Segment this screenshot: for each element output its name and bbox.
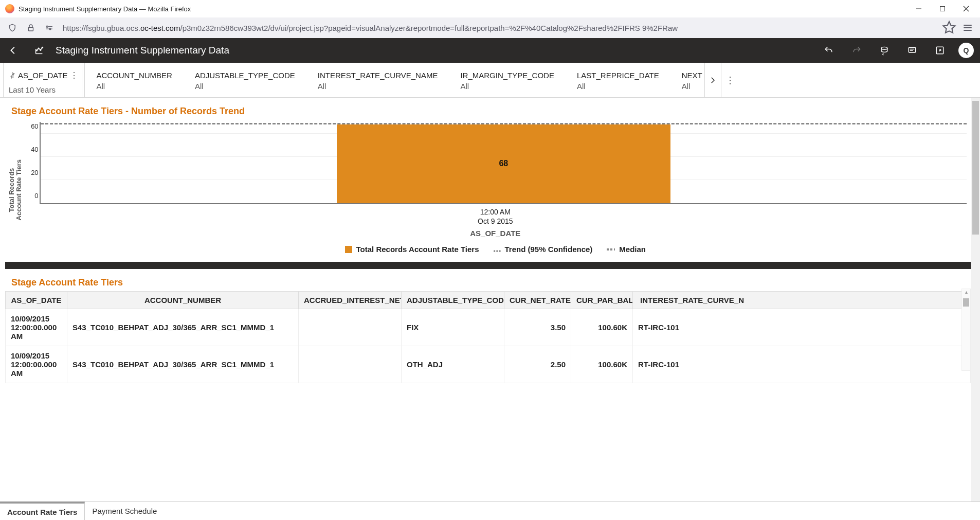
chart-x-axis-label: AS_OF_DATE bbox=[24, 229, 967, 238]
url-prefix: https://fsgbu.gbua.ocs. bbox=[63, 24, 140, 32]
col-header[interactable]: CUR_NET_RATE bbox=[504, 292, 571, 309]
table-row[interactable]: 10/09/2015 12:00:00.000 AM S43_TC010_BEH… bbox=[6, 309, 971, 346]
svg-rect-17 bbox=[909, 47, 915, 52]
chart-x-tick: 12:00 AM Oct 9 2015 bbox=[24, 207, 967, 226]
tab-account-rate-tiers[interactable]: Account Rate Tiers bbox=[0, 501, 85, 520]
y-tick: 40 bbox=[25, 145, 39, 153]
filter-adjustable-type-code[interactable]: ADJUSTABLE_TYPE_CODE All bbox=[184, 63, 306, 97]
scroll-up-arrow-icon[interactable]: ▴ bbox=[962, 289, 970, 295]
pin-icon bbox=[9, 71, 16, 79]
filter-interest-rate-curve-name[interactable]: INTEREST_RATE_CURVE_NAME All bbox=[306, 63, 449, 97]
chart-legend: Total Records Account Rate Tiers Trend (… bbox=[24, 245, 967, 258]
table-panel: Stage Account Rate Tiers AS_OF_DATE ACCO… bbox=[5, 273, 971, 383]
export-button[interactable] bbox=[931, 41, 949, 60]
filter-as-of-date[interactable]: AS_OF_DATE Last 10 Years bbox=[3, 63, 82, 98]
chart-bar[interactable]: 68 bbox=[337, 124, 670, 203]
cell-cur-net-rate: 3.50 bbox=[504, 309, 571, 346]
panel-divider bbox=[5, 262, 971, 269]
filter-name: NEXT bbox=[682, 71, 702, 80]
window-close-button[interactable] bbox=[954, 1, 978, 17]
filter-ir-margin-type-code[interactable]: IR_MARGIN_TYPE_CODE All bbox=[449, 63, 566, 97]
url-host: oc-test.com bbox=[140, 24, 180, 32]
bookmark-star-icon[interactable] bbox=[941, 20, 957, 36]
firefox-icon bbox=[5, 4, 14, 13]
filter-value: All bbox=[577, 82, 659, 91]
bottom-tab-bar: Account Rate Tiers Payment Schedule bbox=[0, 501, 980, 520]
table-panel-title: Stage Account Rate Tiers bbox=[5, 273, 971, 291]
y-tick: 60 bbox=[25, 122, 39, 130]
window-minimize-button[interactable] bbox=[907, 1, 931, 17]
vertical-scrollbar[interactable] bbox=[971, 98, 980, 501]
filter-bar: AS_OF_DATE Last 10 Years ACCOUNT_NUMBER … bbox=[0, 63, 980, 98]
lock-icon[interactable] bbox=[23, 20, 39, 36]
col-header[interactable]: ACCOUNT_NUMBER bbox=[67, 292, 299, 309]
url-path: /p3m0z32rn586cw393wt2/dv/ui/project.jsp?… bbox=[180, 24, 678, 32]
filter-value: All bbox=[96, 82, 172, 91]
col-header[interactable]: ACCRUED_INTEREST_NET bbox=[299, 292, 402, 309]
y-tick: 20 bbox=[25, 168, 39, 176]
cell-account-number: S43_TC010_BEHPAT_ADJ_30/365_ARR_SC1_MMMD… bbox=[67, 309, 299, 346]
workspace: Stage Account Rate Tiers - Number of Rec… bbox=[0, 98, 980, 501]
legend-item[interactable]: Total Records Account Rate Tiers bbox=[345, 245, 479, 254]
filter-name: ACCOUNT_NUMBER bbox=[96, 71, 172, 80]
svg-point-5 bbox=[46, 26, 48, 27]
table-row[interactable]: 10/09/2015 12:00:00.000 AM S43_TC010_BEH… bbox=[6, 346, 971, 383]
notes-button[interactable] bbox=[903, 41, 921, 60]
cell-as-of-date: 10/09/2015 12:00:00.000 AM bbox=[6, 309, 67, 346]
legend-swatch-icon bbox=[607, 248, 615, 250]
legend-swatch-icon bbox=[345, 246, 352, 253]
filter-account-number[interactable]: ACCOUNT_NUMBER All bbox=[85, 63, 184, 97]
cell-interest-rate-curve-n: RT-IRC-101 bbox=[633, 309, 971, 346]
shield-icon[interactable] bbox=[4, 20, 21, 36]
legend-label: Total Records Account Rate Tiers bbox=[356, 245, 479, 254]
col-header[interactable]: INTEREST_RATE_CURVE_N bbox=[633, 292, 971, 309]
cell-as-of-date: 10/09/2015 12:00:00.000 AM bbox=[6, 346, 67, 383]
permissions-icon[interactable] bbox=[41, 20, 58, 36]
browser-menu-button[interactable] bbox=[959, 20, 976, 36]
back-button[interactable] bbox=[4, 41, 23, 60]
legend-item[interactable]: Trend (95% Confidence) bbox=[494, 245, 593, 254]
cell-interest-rate-curve-n: RT-IRC-101 bbox=[633, 346, 971, 383]
y-tick: 0 bbox=[25, 192, 39, 200]
filter-name: INTEREST_RATE_CURVE_NAME bbox=[318, 71, 438, 80]
user-avatar[interactable]: Q bbox=[958, 43, 974, 58]
data-table[interactable]: AS_OF_DATE ACCOUNT_NUMBER ACCRUED_INTERE… bbox=[5, 291, 971, 383]
x-tick-line2: Oct 9 2015 bbox=[478, 217, 513, 225]
chart-plot-area[interactable]: 0 20 40 60 68 bbox=[40, 122, 967, 204]
browser-address-row: https://fsgbu.gbua.ocs.oc-test.com/p3m0z… bbox=[0, 17, 980, 38]
filter-pin-menu[interactable] bbox=[69, 67, 79, 83]
filter-last-reprice-date[interactable]: LAST_REPRICE_DATE All bbox=[566, 63, 670, 97]
col-header[interactable]: CUR_PAR_BAL bbox=[571, 292, 633, 309]
chart-panel: Stage Account Rate Tiers - Number of Rec… bbox=[5, 102, 971, 258]
window-title: Staging Instrument Supplementary Data — … bbox=[19, 5, 191, 13]
cell-cur-par-bal: 100.60K bbox=[571, 346, 633, 383]
cell-account-number: S43_TC010_BEHPAT_ADJ_30/365_ARR_SC1_MMMD… bbox=[67, 346, 299, 383]
filter-name: IR_MARGIN_TYPE_CODE bbox=[460, 71, 554, 80]
chart-panel-title: Stage Account Rate Tiers - Number of Rec… bbox=[5, 102, 971, 120]
svg-rect-4 bbox=[29, 27, 33, 31]
filter-bar-menu[interactable] bbox=[721, 63, 739, 97]
table-vertical-scrollbar[interactable]: ▴ bbox=[961, 289, 971, 371]
window-maximize-button[interactable] bbox=[931, 1, 954, 17]
workbook-icon bbox=[30, 41, 48, 60]
col-header[interactable]: ADJUSTABLE_TYPE_CODE bbox=[402, 292, 504, 309]
address-bar[interactable]: https://fsgbu.gbua.ocs.oc-test.com/p3m0z… bbox=[60, 20, 939, 36]
filter-name: ADJUSTABLE_TYPE_CODE bbox=[195, 71, 295, 80]
refresh-data-button[interactable] bbox=[875, 41, 894, 60]
filter-value: All bbox=[460, 82, 554, 91]
col-header[interactable]: AS_OF_DATE bbox=[6, 292, 67, 309]
undo-button[interactable] bbox=[820, 41, 838, 60]
legend-label: Median bbox=[619, 245, 646, 254]
cell-accrued-interest-net bbox=[299, 346, 402, 383]
filter-next-truncated[interactable]: NEXT All bbox=[670, 63, 704, 97]
cell-cur-par-bal: 100.60K bbox=[571, 309, 633, 346]
legend-item[interactable]: Median bbox=[607, 245, 646, 254]
bar-value-label: 68 bbox=[499, 159, 508, 168]
page-title: Staging Instrument Supplementary Data bbox=[56, 45, 229, 56]
filter-value: All bbox=[682, 82, 702, 91]
filter-value: All bbox=[318, 82, 438, 91]
table-header-row: AS_OF_DATE ACCOUNT_NUMBER ACCRUED_INTERE… bbox=[6, 292, 971, 309]
tab-payment-schedule[interactable]: Payment Schedule bbox=[85, 502, 164, 520]
filter-scroll-right-button[interactable] bbox=[704, 63, 721, 97]
redo-button[interactable] bbox=[847, 41, 866, 60]
